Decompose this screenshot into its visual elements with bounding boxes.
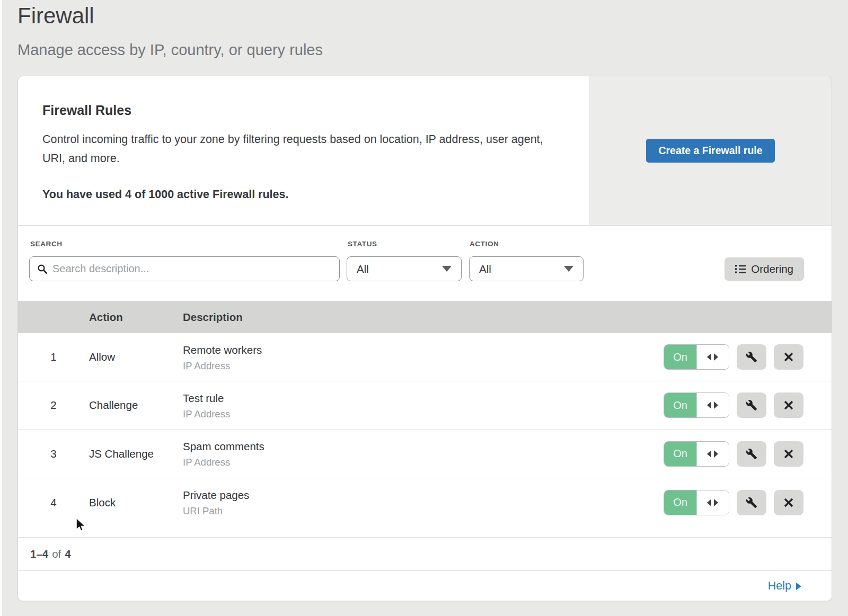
close-icon	[783, 352, 794, 362]
ordering-button-label: Ordering	[751, 263, 793, 275]
card-footer: Help	[18, 570, 832, 601]
delete-rule-button[interactable]	[774, 490, 803, 515]
search-input[interactable]	[52, 263, 332, 275]
toggle-arrows-icon	[707, 401, 711, 409]
toggle-handle[interactable]	[696, 345, 729, 369]
delete-rule-button[interactable]	[774, 344, 803, 370]
cta-panel: Create a Firewall rule	[589, 76, 832, 225]
toggle-on-label[interactable]: On	[664, 442, 696, 466]
wrench-icon	[746, 399, 757, 411]
left-edge-sliver	[0, 0, 2, 616]
row-controls: On	[664, 478, 803, 526]
page-subtitle: Manage access by IP, country, or query r…	[17, 41, 323, 59]
status-select[interactable]: All	[347, 256, 462, 281]
toggle-arrows-icon	[714, 450, 718, 458]
wrench-icon	[746, 448, 757, 460]
caret-down-icon	[564, 266, 573, 272]
firewall-rules-card: Firewall Rules Control incoming traffic …	[17, 76, 832, 601]
table-row: 3 JS Challenge Spam comments IP Address …	[18, 430, 832, 478]
rule-enabled-toggle[interactable]: On	[664, 441, 729, 467]
ordering-button[interactable]: Ordering	[725, 257, 804, 281]
edit-rule-button[interactable]	[737, 392, 766, 418]
table-row: 1 Allow Remote workers IP Address On	[18, 333, 832, 381]
rule-priority: 1	[18, 351, 89, 363]
row-controls: On	[664, 333, 803, 381]
rule-enabled-toggle[interactable]: On	[664, 490, 729, 515]
toggle-arrows-icon	[707, 353, 711, 361]
toggle-on-label[interactable]: On	[664, 345, 696, 369]
action-select[interactable]: All	[469, 256, 584, 281]
usage-note: You have used 4 of 1000 active Firewall …	[42, 188, 572, 201]
delete-rule-button[interactable]	[774, 392, 803, 418]
intro-text-block: Firewall Rules Control incoming traffic …	[42, 76, 572, 201]
help-link-label: Help	[768, 579, 791, 593]
toggle-arrows-icon	[714, 499, 718, 506]
edit-rule-button[interactable]	[737, 441, 766, 467]
toggle-handle[interactable]	[696, 490, 729, 515]
ordered-list-icon	[735, 264, 746, 274]
toggle-arrows-icon	[714, 401, 718, 409]
search-label: SEARCH	[30, 240, 63, 248]
pagination-bar: 1–4 of 4	[18, 537, 832, 570]
rule-enabled-toggle[interactable]: On	[664, 392, 729, 418]
wrench-icon	[746, 351, 757, 363]
rule-action: JS Challenge	[89, 448, 183, 460]
card-description: Control incoming traffic to your zone by…	[42, 130, 551, 168]
firewall-page: Firewall Manage access by IP, country, o…	[0, 0, 848, 616]
toggle-arrows-icon	[707, 450, 711, 458]
action-label: ACTION	[470, 240, 499, 248]
edit-rule-button[interactable]	[737, 490, 766, 515]
help-link[interactable]: Help	[768, 579, 801, 593]
action-selected-value: All	[479, 263, 491, 275]
create-firewall-rule-button[interactable]: Create a Firewall rule	[646, 139, 774, 163]
rule-action: Allow	[89, 351, 183, 363]
rule-priority: 3	[18, 448, 89, 460]
rule-action: Block	[89, 496, 183, 509]
close-icon	[783, 497, 794, 508]
toggle-handle[interactable]	[696, 442, 729, 466]
toggle-on-label[interactable]: On	[664, 490, 696, 515]
action-column-header: Action	[89, 311, 183, 324]
card-intro-section: Firewall Rules Control incoming traffic …	[18, 76, 832, 226]
table-row: 2 Challenge Test rule IP Address On	[18, 381, 832, 430]
card-heading: Firewall Rules	[42, 103, 572, 118]
rule-enabled-toggle[interactable]: On	[664, 344, 729, 370]
caret-down-icon	[442, 266, 452, 272]
status-selected-value: All	[357, 263, 369, 275]
toggle-on-label[interactable]: On	[664, 393, 696, 417]
rule-priority: 2	[18, 399, 89, 412]
pagination-range: 1–4	[30, 548, 48, 560]
filters-bar: SEARCH STATUS All ACTION All	[18, 226, 832, 301]
toggle-arrows-icon	[714, 353, 718, 361]
close-icon	[783, 400, 794, 410]
pagination-of-text: of	[52, 548, 61, 560]
page-title: Firewall	[17, 3, 94, 29]
rule-priority: 4	[18, 496, 89, 509]
table-row: 4 Block Private pages URI Path On	[18, 478, 832, 526]
search-icon	[37, 264, 48, 274]
row-controls: On	[664, 430, 803, 478]
edit-rule-button[interactable]	[737, 344, 766, 370]
wrench-icon	[746, 497, 757, 508]
close-icon	[783, 449, 794, 459]
row-controls: On	[664, 381, 803, 429]
rule-action: Challenge	[89, 399, 183, 412]
toggle-handle[interactable]	[696, 393, 729, 417]
search-box	[29, 256, 340, 281]
status-label: STATUS	[348, 240, 377, 248]
delete-rule-button[interactable]	[774, 441, 803, 467]
description-column-header: Description	[183, 311, 832, 324]
table-bottom-spacer	[18, 526, 832, 537]
table-header: Action Description	[18, 301, 832, 333]
help-arrow-icon	[796, 583, 801, 590]
pagination-total: 4	[65, 548, 70, 560]
toggle-arrows-icon	[707, 499, 711, 506]
